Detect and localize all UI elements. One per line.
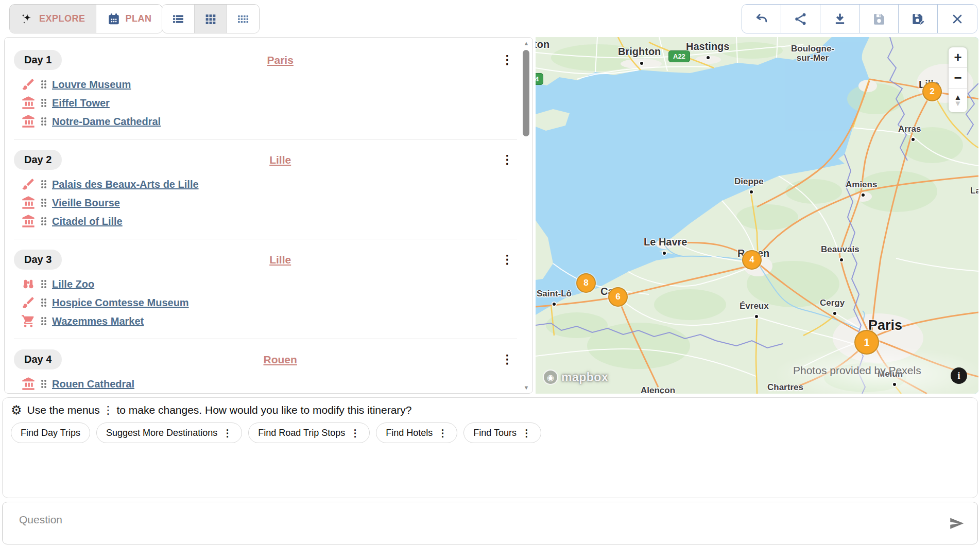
item-title-link[interactable]: Palais des Beaux-Arts de Lille (52, 179, 199, 190)
photos-credit: Photos provided by Pexels (793, 364, 921, 377)
day-menu-button[interactable]: ⋮ (498, 54, 516, 66)
item-title-link[interactable]: Vieille Bourse (52, 197, 120, 209)
cart-icon (21, 314, 36, 328)
close-button[interactable] (938, 5, 977, 33)
map-cluster-marker[interactable]: 6 (608, 287, 628, 307)
drag-handle-icon[interactable] (41, 199, 46, 207)
map-city-label: Cergy (820, 298, 845, 308)
suggestion-button[interactable]: Find Tours ⋮ (463, 422, 541, 443)
download-icon (832, 11, 848, 27)
suggestion-label: Find Hotels (386, 428, 433, 438)
itinerary-item: Wazemmes Market (14, 312, 520, 330)
scroll-up-arrow[interactable]: ▲ (522, 40, 531, 47)
day-badge: Day 2 (14, 150, 62, 170)
scroll-down-arrow[interactable]: ▼ (522, 384, 531, 391)
drag-handle-icon[interactable] (41, 180, 46, 188)
suggestion-button[interactable]: Suggest More Destinations ⋮ (96, 422, 242, 443)
drag-handle-icon[interactable] (41, 298, 46, 307)
save-button[interactable] (859, 5, 899, 33)
suggestion-button[interactable]: Find Hotels ⋮ (376, 422, 457, 443)
zoom-in-button[interactable]: + (949, 47, 967, 68)
item-title-link[interactable]: Hospice Comtesse Museum (52, 297, 189, 309)
suggestion-button[interactable]: Find Road Trip Stops ⋮ (248, 422, 370, 443)
question-bar (2, 502, 978, 544)
drag-handle-icon[interactable] (41, 317, 46, 325)
map-city-label: Dieppe (734, 177, 764, 186)
item-title-link[interactable]: Wazemmes Market (52, 315, 144, 327)
explore-label: EXPLORE (39, 13, 85, 24)
itinerary-days: Day 1 Paris ⋮ Louvre Museum Eiffel Tower… (5, 38, 520, 393)
map-cluster-marker[interactable]: 2 (922, 82, 942, 101)
mapbox-attribution[interactable]: ◉ mapbox (543, 369, 608, 385)
zoom-out-button[interactable]: − (949, 68, 967, 89)
calendar-icon (107, 12, 121, 26)
map-city-label: Amiens (846, 180, 877, 189)
undo-button[interactable] (742, 5, 781, 33)
plan-button[interactable]: PLAN (96, 5, 162, 33)
compass-down-icon: ▼ (954, 100, 962, 107)
map-city-dot (553, 303, 556, 306)
small-grid-view-button[interactable] (227, 5, 259, 33)
save-as-button[interactable] (899, 5, 938, 33)
scrollbar-thumb[interactable] (523, 50, 529, 136)
mode-switch: EXPLORE PLAN (9, 4, 163, 33)
day-header: Day 4 Rouen ⋮ (14, 349, 516, 369)
list-view-button[interactable] (162, 5, 195, 33)
map-city-label: Évreux (740, 302, 769, 311)
map-cluster-marker[interactable]: 8 (576, 273, 596, 293)
itinerary-panel: Day 1 Paris ⋮ Louvre Museum Eiffel Tower… (4, 37, 533, 394)
map-canvas[interactable]: Photos provided by Pexels ◉ mapbox i + −… (536, 37, 978, 394)
day-menu-button[interactable]: ⋮ (498, 154, 516, 166)
item-title-link[interactable]: Eiffel Tower (52, 97, 110, 109)
day-header: Day 3 Lille ⋮ (14, 250, 516, 270)
day-city-link[interactable]: Rouen (264, 354, 297, 365)
day-menu-button[interactable]: ⋮ (498, 354, 516, 365)
grid-view-icon (203, 12, 218, 26)
suggestion-menu-icon[interactable]: ⋮ (350, 428, 360, 438)
item-title-link[interactable]: Rouen Cathedral (52, 378, 134, 390)
drag-handle-icon[interactable] (41, 80, 46, 89)
museum-icon (21, 196, 36, 210)
drag-handle-icon[interactable] (41, 380, 46, 388)
compass-control[interactable]: ▲▼ (949, 89, 967, 112)
itinerary-scrollbar[interactable]: ▲ ▼ (522, 39, 531, 392)
map-city-label: Brighton (618, 46, 661, 57)
item-title-link[interactable]: Notre-Dame Cathedral (52, 116, 161, 128)
map-city-dot (912, 138, 915, 141)
item-title-link[interactable]: Citadel of Lille (52, 216, 123, 227)
download-button[interactable] (820, 5, 859, 33)
item-title-link[interactable]: Louvre Museum (52, 79, 131, 91)
grid-view-button[interactable] (195, 5, 227, 33)
day-items: Lille Zoo Hospice Comtesse Museum Wazemm… (14, 275, 520, 330)
suggestion-menu-icon[interactable]: ⋮ (522, 428, 531, 438)
assistant-gear-icon: ⚙ (11, 404, 22, 416)
day-badge: Day 3 (14, 250, 62, 270)
day-city-link[interactable]: Paris (267, 54, 294, 66)
suggestion-menu-icon[interactable]: ⋮ (222, 428, 232, 438)
item-title-link[interactable]: Lille Zoo (52, 278, 94, 290)
day-badge: Day 4 (14, 349, 62, 369)
send-button[interactable] (936, 515, 977, 532)
share-button[interactable] (781, 5, 820, 33)
drag-handle-icon[interactable] (41, 280, 46, 288)
explore-button[interactable]: EXPLORE (10, 5, 96, 33)
day-city-link[interactable]: Lille (269, 254, 291, 266)
small-grid-view-icon (236, 12, 250, 26)
day-menu-button[interactable]: ⋮ (498, 254, 516, 266)
mapbox-wordmark: mapbox (561, 371, 608, 384)
map-cluster-marker[interactable]: 1 (854, 330, 879, 355)
suggestion-label: Find Road Trip Stops (258, 428, 345, 438)
drag-handle-icon[interactable] (41, 99, 46, 107)
drag-handle-icon[interactable] (41, 117, 46, 126)
suggestion-button[interactable]: Find Day Trips (11, 422, 90, 443)
drag-handle-icon[interactable] (41, 217, 46, 225)
map-cluster-marker[interactable]: 4 (742, 250, 762, 270)
suggestion-menu-icon[interactable]: ⋮ (438, 428, 448, 438)
museum-icon (21, 114, 36, 129)
itinerary-item: Notre-Dame Cathedral (14, 112, 520, 131)
sparkle-icon (20, 12, 35, 26)
map-info-button[interactable]: i (951, 367, 967, 384)
question-input[interactable] (3, 514, 936, 533)
day-city-link[interactable]: Lille (269, 154, 291, 166)
museum-icon (21, 377, 36, 391)
